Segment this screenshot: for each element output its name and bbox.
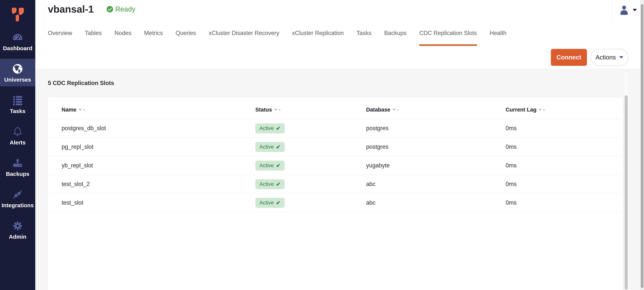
table-row[interactable]: test_slot_2 Active✔ abc 0ms (49, 175, 622, 194)
chevron-down-icon (619, 56, 623, 59)
sidebar-item-label: Backups (6, 171, 29, 177)
cdc-slots-card: Name Status Database Current Lag postgre (48, 97, 623, 290)
slot-current-lag: 0ms (493, 162, 622, 169)
topbar-divider (612, 0, 612, 22)
app-screen: Dashboard Universes (0, 0, 644, 290)
tab-overview[interactable]: Overview (48, 30, 72, 46)
slot-name: pg_repl_slot (49, 143, 243, 150)
ready-check-icon (106, 6, 114, 13)
universe-title: vbansal-1 (48, 4, 94, 15)
slot-current-lag: 0ms (493, 125, 622, 132)
column-header-name[interactable]: Name (49, 107, 243, 113)
slot-current-lag: 0ms (493, 143, 622, 150)
sidebar-item-label: Admin (9, 234, 26, 240)
slot-database: postgres (354, 125, 493, 132)
dashboard-icon (12, 31, 24, 44)
sidebar-item-backups[interactable]: Backups (0, 153, 35, 181)
sidebar-item-alerts[interactable]: Alerts (0, 121, 35, 149)
table-row[interactable]: pg_repl_slot Active✔ postgres 0ms (49, 138, 622, 156)
tab-nodes[interactable]: Nodes (114, 30, 132, 46)
slot-name: yb_repl_slot (49, 162, 243, 169)
content-scrollbar-thumb[interactable] (625, 95, 628, 289)
tab-cdc-replication-slots[interactable]: CDC Replication Slots (419, 30, 477, 46)
section-heading: 5 CDC Replication Slots (48, 80, 114, 86)
table-header-row: Name Status Database Current Lag (49, 97, 622, 119)
slot-name: postgres_db_slot (49, 125, 243, 132)
ready-label: Ready (115, 5, 135, 13)
yugabyte-logo[interactable] (0, 0, 35, 27)
active-status-badge: Active✔ (255, 142, 285, 152)
check-icon: ✔ (276, 181, 280, 187)
column-header-database[interactable]: Database (354, 107, 493, 113)
slot-database: abc (354, 199, 493, 206)
slot-database: postgres (354, 143, 493, 150)
active-status-badge: Active✔ (255, 123, 285, 133)
sort-icon[interactable] (274, 109, 281, 111)
slot-database: yugabyte (354, 162, 493, 169)
backups-icon (12, 157, 23, 170)
tab-backups[interactable]: Backups (384, 30, 406, 46)
sort-icon[interactable] (392, 109, 399, 111)
column-header-status[interactable]: Status (243, 107, 354, 113)
table-row[interactable]: test_slot Active✔ abc 0ms (49, 194, 622, 212)
admin-icon (12, 219, 23, 232)
sidebar: Dashboard Universes (0, 0, 35, 290)
sidebar-item-label: Tasks (10, 108, 26, 114)
tasks-icon (12, 94, 23, 107)
universes-icon (12, 62, 24, 75)
tab-metrics[interactable]: Metrics (144, 30, 163, 46)
active-status-badge: Active✔ (255, 198, 285, 208)
slot-status: Active✔ (243, 123, 354, 133)
check-icon: ✔ (276, 163, 280, 169)
active-status-badge: Active✔ (255, 179, 285, 189)
column-header-current-lag[interactable]: Current Lag (493, 107, 622, 113)
sidebar-item-admin[interactable]: Admin (0, 216, 35, 243)
sidebar-item-label: Alerts (10, 139, 26, 146)
connect-button[interactable]: Connect (551, 49, 587, 66)
slot-current-lag: 0ms (493, 181, 622, 188)
active-status-badge: Active✔ (255, 161, 285, 171)
universe-tabs: Overview Tables Nodes Metrics Queries xC… (48, 30, 506, 46)
yugabyte-logo-icon (11, 8, 24, 22)
slot-name: test_slot_2 (49, 181, 243, 188)
check-icon: ✔ (276, 125, 280, 131)
user-menu-button[interactable] (620, 4, 640, 17)
tab-tasks[interactable]: Tasks (356, 30, 372, 46)
slot-status: Active✔ (243, 161, 354, 171)
actions-button[interactable]: Actions (590, 49, 628, 66)
chevron-down-icon (633, 9, 637, 11)
alerts-icon (12, 125, 23, 138)
actions-label: Actions (596, 54, 616, 61)
table-row[interactable]: yb_repl_slot Active✔ yugabyte 0ms (49, 156, 622, 175)
slot-status: Active✔ (243, 179, 354, 189)
sidebar-item-universes[interactable]: Universes (0, 59, 35, 86)
slot-database: abc (354, 181, 493, 188)
sidebar-item-tasks[interactable]: Tasks (0, 90, 35, 118)
tab-health[interactable]: Health (490, 30, 506, 46)
check-icon: ✔ (276, 144, 280, 150)
tab-xcluster-disaster-recovery[interactable]: xCluster Disaster Recovery (209, 30, 280, 46)
tab-tables[interactable]: Tables (85, 30, 102, 46)
sidebar-item-label: Universes (4, 77, 31, 83)
slot-name: test_slot (49, 199, 243, 206)
tab-xcluster-replication[interactable]: xCluster Replication (292, 30, 344, 46)
sidebar-item-label: Dashboard (3, 45, 32, 52)
status-badge: Ready (106, 5, 135, 13)
table-row[interactable]: postgres_db_slot Active✔ postgres 0ms (49, 119, 622, 138)
sidebar-item-integrations[interactable]: Integrations (0, 184, 35, 212)
slot-status: Active✔ (243, 142, 354, 152)
slot-current-lag: 0ms (493, 199, 622, 206)
slot-status: Active✔ (243, 198, 354, 208)
tab-queries[interactable]: Queries (176, 30, 196, 46)
window-scrollbar-thumb[interactable] (641, 4, 644, 288)
sort-icon[interactable] (79, 109, 86, 111)
sidebar-item-label: Integrations (2, 202, 34, 209)
sort-icon[interactable] (539, 109, 546, 111)
check-icon: ✔ (276, 200, 280, 206)
cdc-slots-table: Name Status Database Current Lag postgre (49, 97, 622, 212)
integrations-icon (12, 188, 24, 201)
user-avatar-icon (620, 5, 628, 15)
content-scrollbar-track[interactable] (624, 71, 628, 290)
sidebar-item-dashboard[interactable]: Dashboard (0, 27, 35, 55)
